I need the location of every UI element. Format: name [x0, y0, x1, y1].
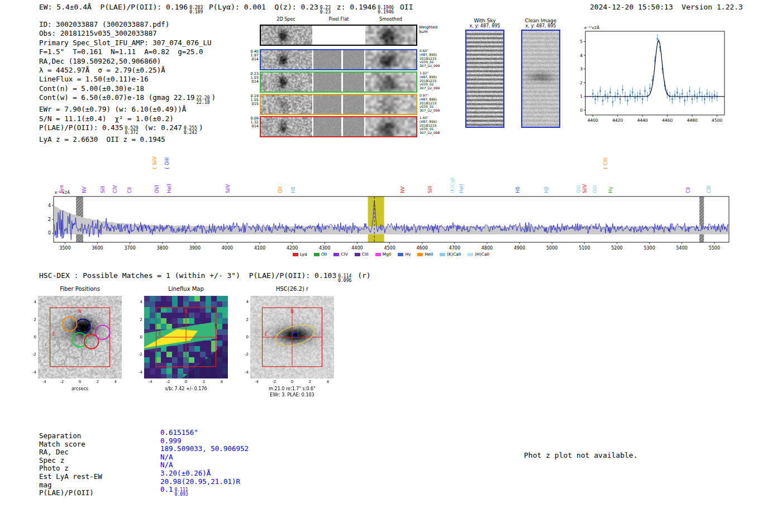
x-tick-label: 3600: [92, 246, 103, 251]
spec2d-smoothed-image: [365, 95, 416, 114]
legend-item: CIV: [333, 252, 348, 257]
y-tick-label: 4: [28, 300, 36, 304]
spec2d-col-title: 2D Spec: [260, 17, 312, 22]
cutout-title-hsc-r: HSC(26.2) r: [245, 286, 340, 292]
line-label-Hγ: Hγ: [608, 187, 613, 193]
cutout-lineflux-map: NE: [144, 296, 228, 378]
line-label-upper: { OIII: [164, 157, 170, 170]
data-point: [704, 98, 705, 100]
text-segment: 0.615156": [160, 428, 198, 437]
spec2d-smoothed-image: [365, 50, 416, 69]
fiber-circle-colored: [76, 319, 90, 334]
text-segment: S/N = 11.1(±0.4) χ² = 1.0(±0.2): [39, 114, 174, 123]
text-segment: HSC-DEX : Possible Matches = 1 (within +…: [39, 271, 336, 280]
x-tick-label: 3700: [124, 246, 135, 251]
zoom-spectrum-plot: 440044204440446044804500012345e⁻¹⁷x2Å: [565, 22, 728, 132]
legend-label: (K)CaII: [447, 252, 461, 257]
fiber-weight-line: 014: [247, 57, 259, 61]
compass-north: N: [290, 309, 294, 314]
x-tick-label: 5100: [579, 246, 590, 251]
data-point: [634, 97, 636, 99]
legend-swatch: [293, 253, 298, 256]
full-spectrum-plot: 3500360037003800390040004100420043004400…: [31, 146, 751, 252]
y-tick-label: 0: [48, 231, 51, 236]
plot-frame: [585, 31, 724, 115]
data-point: [679, 97, 680, 99]
line-label-CIII: CIII: [706, 186, 712, 193]
sky-panel-title: With Sky: [462, 18, 507, 23]
x-tick-label: 5500: [709, 246, 720, 251]
text-segment: 20.98(20.95,21.01)R: [160, 477, 240, 486]
text-segment: P(LAE)/P(OII): 0.435: [39, 123, 123, 132]
x-tick-label: 4500: [712, 118, 722, 123]
stacked-number: 0.093: [175, 492, 188, 497]
compass-north: N: [184, 309, 188, 314]
stacked-number: 0.1946: [378, 10, 394, 15]
data-point: [617, 93, 618, 94]
line-label-OII: OII: [278, 186, 283, 193]
spec2d-row: [260, 49, 417, 70]
fiber-weight-label: 0.231.03014: [247, 72, 259, 84]
text-segment: N/A: [160, 453, 173, 461]
legend-label: CIII: [362, 252, 369, 257]
x-tick-label: 3500: [59, 246, 70, 251]
fiber-circle: [46, 339, 60, 354]
legend-swatch: [314, 253, 320, 256]
y-tick-label: 4: [241, 300, 249, 304]
line-label-Lyα: Lyα: [59, 185, 64, 193]
spec2d-2dspec-image: [261, 95, 312, 114]
legend-swatch: [375, 253, 381, 256]
x-tick-label: 4900: [514, 246, 525, 251]
x-tick-label: 2: [199, 380, 209, 384]
line-label-SiII: SiII: [100, 186, 106, 193]
gaussian-fit-line: [585, 40, 724, 97]
compass-east: E: [159, 332, 161, 337]
cutout-title-fiber-positions: Fiber Positions: [32, 286, 127, 292]
y-tick-label: 4: [135, 300, 142, 304]
spec2d-pixelflat-image: [313, 95, 364, 114]
cutout-hsc-r: NE: [250, 296, 334, 378]
fiber-weight-label: 0.401.97014: [247, 50, 259, 62]
info-line: λ = 4452.97Å σ = 2.79(±0.25)Å: [39, 66, 216, 75]
legend-item: (H)CaII: [468, 252, 489, 257]
x-tick-label: 5400: [676, 246, 688, 251]
x-tick-label: 4400: [588, 118, 598, 123]
fiber-info-label: 0.60"(487, 895)20181215v035_02307_LU_099: [419, 49, 451, 68]
match-field-label: Spec z: [39, 456, 64, 464]
y-tick-label: 3: [580, 66, 583, 71]
stacked-value: 0.5290.372: [125, 126, 139, 135]
stacked-value: 22.2022.18: [196, 96, 209, 105]
data-point: [694, 94, 695, 96]
stacked-number: 0.242: [184, 131, 197, 135]
y-tick-label: 2: [48, 217, 51, 222]
cutout-fiber-positions: NE: [38, 296, 122, 378]
match-field-value: 0.999: [160, 437, 182, 445]
x-tick-label: 4000: [222, 246, 233, 251]
spec2d-col-title: Pixel Flat: [313, 17, 364, 22]
fiber-info-line: 307_LU_099: [419, 109, 451, 113]
spec2d-smoothed-image: [365, 117, 416, 136]
y-tick-label: 0: [241, 335, 249, 339]
data-point: [639, 93, 641, 94]
x-tick-label: 4460: [662, 118, 673, 123]
x-tick-label: 5200: [611, 246, 622, 251]
legend-label: Hγ: [405, 252, 411, 257]
x-tick-label: 4: [111, 380, 121, 384]
text-segment: ): [212, 93, 216, 102]
spec2d-row: [260, 94, 417, 115]
legend-swatch: [333, 253, 339, 256]
data-point: [607, 97, 608, 99]
lineflux-map-overlay: NE: [144, 296, 228, 378]
compass-north: N: [78, 309, 82, 314]
data-point: [689, 90, 690, 92]
info-line: Obs: 20181215v035_3002033887: [39, 29, 216, 38]
cutout-xlabel: s/b: 7.42 +/- 0.176: [139, 386, 233, 391]
y-tick-label: -2: [241, 352, 249, 357]
legend-label: Lyα: [300, 252, 307, 257]
spec2d-col-title: Smoothed: [365, 17, 416, 22]
fiber-info-label: 1.02"(487, 895)20181215v035_02307_LU_099: [419, 71, 451, 90]
stacked-value: 0.230.23: [320, 6, 331, 15]
stacked-number: 0.23: [320, 10, 331, 15]
x-tick-label: 4100: [254, 246, 265, 251]
info-line: EWr = 7.90(±0.79) (w: 6.10(±0.49))Å: [39, 105, 216, 114]
